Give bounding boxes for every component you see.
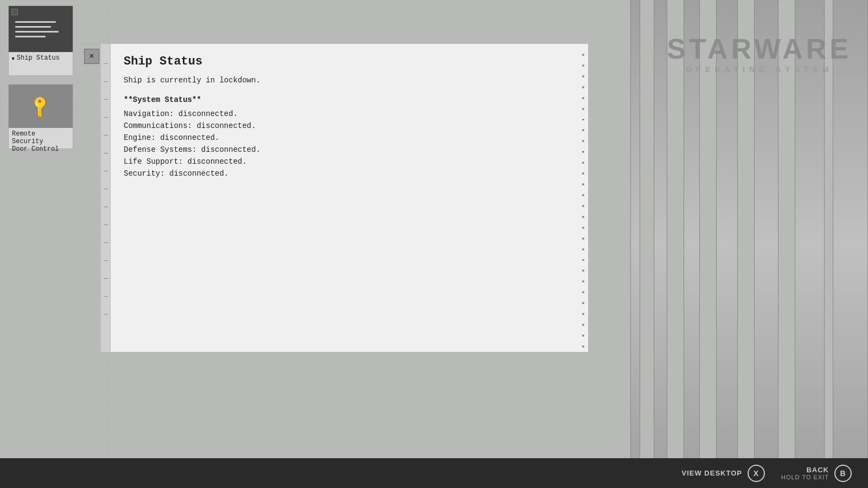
dot-3 [582, 75, 584, 78]
status-item-1: Communications: disconnected. [124, 121, 565, 130]
dot-5 [582, 97, 584, 99]
ruler-tick-2 [104, 81, 108, 82]
ship-status-app-icon[interactable]: Ship Status [8, 5, 73, 76]
dialog-lockdown-text: Ship is currently in lockdown. [124, 76, 565, 85]
security-app-icon[interactable]: 🔑 Remote Security Door Control [8, 84, 73, 149]
dot-18 [582, 237, 584, 240]
ruler-tick-13 [104, 278, 108, 279]
back-label: BACK [781, 466, 829, 474]
view-desktop-label: VIEW DESKTOP [682, 469, 742, 477]
dot-25 [582, 313, 584, 315]
view-desktop-button[interactable]: X [748, 465, 765, 482]
ruler-tick-11 [104, 242, 108, 243]
ruler-tick-12 [104, 260, 108, 261]
ruler-tick-6 [104, 153, 108, 153]
dot-13 [582, 183, 584, 185]
back-sublabel: HOLD TO EXIT [781, 474, 829, 480]
key-icon: 🔑 [28, 93, 54, 120]
icon-line-3 [15, 31, 59, 33]
dot-12 [582, 172, 584, 175]
taskbar: VIEW DESKTOP X BACK HOLD TO EXIT B [0, 458, 868, 488]
dialog-dots-border [578, 44, 588, 352]
dot-28 [582, 345, 584, 348]
ruler-tick-3 [104, 99, 108, 100]
status-item-2: Engine: disconnected. [124, 133, 565, 142]
starware-subtitle: OPERATING SYSTEM [667, 65, 852, 74]
dot-1 [582, 54, 584, 56]
status-item-3: Defense Systems: disconnected. [124, 145, 565, 154]
status-item-5: Security: disconnected. [124, 169, 565, 178]
ruler-tick-14 [104, 296, 108, 297]
security-label-text: Remote Security Door Control [12, 130, 59, 153]
ruler-tick-9 [104, 207, 108, 207]
dot-2 [582, 65, 584, 67]
dot-6 [582, 108, 584, 110]
dot-24 [582, 302, 584, 304]
ruler-tick-4 [104, 117, 108, 118]
ruler-tick-5 [104, 135, 108, 136]
dot-27 [582, 335, 584, 337]
status-item-4: Life Support: disconnected. [124, 157, 565, 166]
ruler-tick-1 [104, 63, 108, 64]
close-button[interactable]: × [84, 49, 99, 64]
dot-17 [582, 227, 584, 229]
dot-10 [582, 151, 584, 153]
dot-11 [582, 162, 584, 164]
dot-9 [582, 140, 584, 142]
ruler-tick-10 [104, 224, 108, 225]
starware-logo: STARWARE OPERATING SYSTEM [667, 33, 852, 74]
status-item-0: Navigation: disconnected. [124, 110, 565, 118]
dot-22 [582, 280, 584, 282]
dialog-status-list: Navigation: disconnected.Communications:… [124, 110, 565, 178]
security-icon-image: 🔑 [9, 85, 73, 128]
back-action[interactable]: BACK HOLD TO EXIT B [781, 465, 852, 482]
dot-7 [582, 119, 584, 121]
dialog-section-title: **System Status** [124, 95, 565, 104]
view-desktop-label-container: VIEW DESKTOP [682, 469, 742, 477]
ship-status-dialog: Ship Status Ship is currently in lockdow… [100, 43, 589, 352]
dot-23 [582, 291, 584, 293]
back-label-container: BACK HOLD TO EXIT [781, 466, 829, 480]
vbar-1 [630, 0, 640, 488]
ship-status-icon-image [9, 6, 73, 52]
dot-19 [582, 248, 584, 251]
ruler-tick-15 [104, 314, 108, 314]
vbar-2 [654, 0, 667, 488]
dot-4 [582, 86, 584, 88]
dot-8 [582, 129, 584, 131]
ruler-tick-8 [104, 189, 108, 189]
security-label: Remote Security Door Control [9, 128, 73, 155]
icon-line-4 [15, 36, 46, 37]
left-sidebar: Ship Status × 🔑 Remote Security Door Con… [0, 0, 92, 488]
icon-line-1 [15, 21, 56, 23]
right-decoration: STARWARE OPERATING SYSTEM [618, 0, 868, 488]
icon-dot [11, 9, 18, 15]
dot-20 [582, 259, 584, 261]
ruler-tick-7 [104, 171, 108, 171]
ship-status-label: Ship Status [9, 52, 73, 64]
dot-16 [582, 216, 584, 218]
back-button[interactable]: B [834, 465, 852, 482]
icon-line-2 [15, 26, 51, 28]
view-desktop-action[interactable]: VIEW DESKTOP X [682, 465, 765, 482]
starware-title: STARWARE [667, 33, 852, 65]
dialog-title: Ship Status [124, 55, 565, 68]
dot-14 [582, 194, 584, 196]
dialog-content-area: Ship Status Ship is currently in lockdow… [111, 44, 578, 352]
dot-21 [582, 269, 584, 272]
dot-15 [582, 205, 584, 207]
dialog-ruler [101, 44, 111, 352]
dot-26 [582, 324, 584, 326]
